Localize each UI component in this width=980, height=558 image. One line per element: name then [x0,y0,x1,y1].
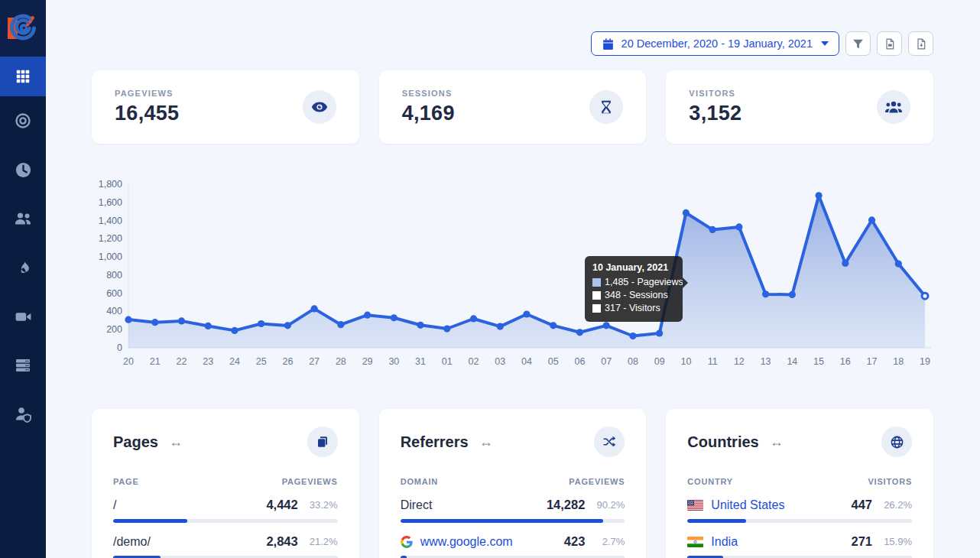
google-icon [401,536,413,548]
grid-icon [15,68,31,85]
svg-text:06: 06 [575,356,586,367]
svg-text:23: 23 [203,356,213,367]
table-row: / 4,442 33.2% [113,498,338,523]
svg-text:600: 600 [106,288,122,299]
svg-text:02: 02 [469,356,479,367]
header-toolbar: 20 December, 2020 - 19 January, 2021 [92,31,933,56]
sidebar-item-recordings[interactable] [0,292,46,341]
referrer-domain: Direct [401,498,433,512]
svg-text:03: 03 [495,356,505,367]
progress-bar [687,519,912,523]
svg-text:11: 11 [708,356,718,367]
row-percent: 21.2% [298,536,338,547]
card-title: Pages [113,433,158,451]
column-header-left: PAGE [113,477,139,486]
filter-button[interactable] [845,31,871,56]
svg-text:20: 20 [123,356,134,367]
svg-text:1,800: 1,800 [99,180,122,190]
left-right-arrow-icon[interactable]: ↔ [770,434,784,450]
country-link[interactable]: United States [687,498,784,512]
sidebar-item-visitors[interactable] [0,194,46,243]
clock-icon [15,161,32,179]
date-range-picker[interactable]: 20 December, 2020 - 19 January, 2021 [591,31,839,56]
svg-text:27: 27 [309,356,320,367]
card-title: Countries [687,433,758,451]
us-flag-icon [687,500,703,511]
svg-text:28: 28 [336,356,346,367]
tooltip-sessions: 348 - Sessions [592,289,675,302]
svg-text:07: 07 [601,356,612,367]
row-percent: 33.2% [298,499,338,511]
svg-text:0: 0 [117,342,122,353]
tooltip-visitors: 317 - Visitors [592,302,675,315]
sidebar-item-goals[interactable] [0,96,46,145]
globe-icon[interactable] [881,427,912,457]
svg-text:1,200: 1,200 [99,233,122,244]
eye-icon [303,90,336,124]
svg-text:24: 24 [229,356,240,367]
stat-label: VISITORS [689,89,741,98]
svg-text:13: 13 [761,356,771,367]
sidebar-item-logs[interactable] [0,341,46,390]
flame-icon [15,259,31,277]
sidebar [0,0,46,558]
tables-row: Pages ↔ PAGE PAGEVIEWS / 4,442 3 [92,409,933,558]
stat-card-visitors: VISITORS 3,152 [666,70,933,144]
pages-card: Pages ↔ PAGE PAGEVIEWS / 4,442 3 [92,409,359,558]
table-row: www.google.com 423 2.7% [401,534,625,558]
page-path: /demo/ [113,535,151,549]
traffic-chart[interactable]: 02004006008001,0001,2001,4001,6001,80020… [92,180,933,371]
area-chart-canvas[interactable]: 02004006008001,0001,2001,4001,6001,80020… [92,180,933,371]
svg-text:08: 08 [628,356,638,367]
shuffle-icon[interactable] [594,427,625,457]
stats-row: PAGEVIEWS 16,455 SESSIONS 4,169 [92,70,933,144]
table-row: Direct 14,282 90.2% [401,498,625,523]
table-row: United States 447 26.2% [687,498,912,523]
table-row: /demo/ 2,843 21.2% [113,534,338,558]
target-icon [14,112,32,130]
left-right-arrow-icon[interactable]: ↔ [479,434,493,450]
country-link[interactable]: India [687,535,738,549]
svg-text:12: 12 [734,356,745,367]
sidebar-item-realtime[interactable] [0,145,46,194]
hourglass-icon [589,90,623,124]
svg-text:19: 19 [920,356,930,367]
sidebar-item-heatmaps[interactable] [0,243,46,292]
row-value: 4,442 [266,498,297,512]
row-value: 14,282 [547,498,585,512]
svg-text:15: 15 [813,356,824,367]
users-group-icon [877,90,910,124]
copy-pages-icon[interactable] [307,427,338,457]
svg-text:05: 05 [548,356,559,367]
left-right-arrow-icon[interactable]: ↔ [169,434,183,450]
pageviews-swatch-icon [592,278,601,287]
sessions-swatch-icon [592,291,601,300]
row-value: 423 [564,534,586,549]
svg-text:31: 31 [415,356,426,367]
stat-value: 3,152 [689,102,741,125]
page-path: / [113,498,116,512]
svg-text:30: 30 [388,356,399,367]
svg-text:800: 800 [106,270,122,281]
svg-text:18: 18 [893,356,904,367]
app-logo[interactable] [0,0,46,57]
column-header-right: PAGEVIEWS [282,477,338,486]
countries-card: Countries ↔ COUNTRY VISITORS [666,409,933,558]
svg-text:22: 22 [177,356,187,367]
sidebar-item-privacy[interactable] [0,390,46,439]
svg-text:16: 16 [840,356,851,367]
india-flag-icon [687,537,703,547]
row-value: 271 [851,534,872,549]
video-camera-icon [14,307,33,326]
card-title: Referrers [401,433,469,451]
referrer-domain-link[interactable]: www.google.com [401,535,513,549]
file-csv-icon [884,37,896,50]
export-csv-button[interactable] [877,31,902,56]
svg-text:04: 04 [521,356,532,367]
column-header-right: VISITORS [868,477,912,486]
sidebar-item-dashboard[interactable] [0,57,46,96]
svg-text:10: 10 [680,356,691,367]
row-value: 2,843 [266,534,297,549]
svg-text:17: 17 [867,356,878,367]
export-pdf-button[interactable] [908,31,933,56]
